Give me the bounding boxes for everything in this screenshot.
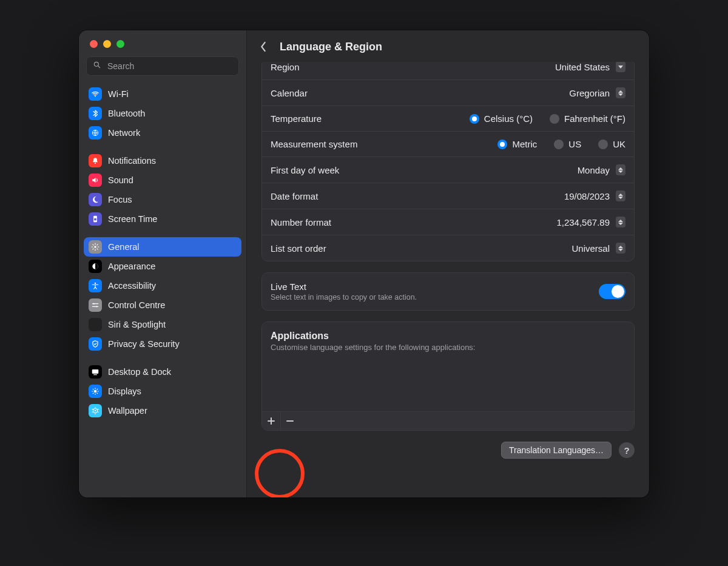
accessibility-icon xyxy=(89,279,102,292)
back-button[interactable] xyxy=(255,39,271,55)
sidebar-item-focus[interactable]: Focus xyxy=(84,190,241,209)
measurement-us-radio[interactable]: US xyxy=(554,139,581,149)
sidebar-item-label: Displays xyxy=(108,386,141,396)
main-pane: Language & Region Region United States C… xyxy=(247,30,649,497)
sidebar-item-control-centre[interactable]: Control Centre xyxy=(84,295,241,315)
svg-line-1 xyxy=(98,66,100,68)
search-input[interactable] xyxy=(106,61,232,72)
siri-spotlight-icon xyxy=(89,318,102,331)
sidebar-item-label: Control Centre xyxy=(108,300,165,310)
sidebar-item-label: Siri & Spotlight xyxy=(108,320,166,329)
measurement-row: Measurement system Metric US xyxy=(262,132,634,157)
search-field[interactable] xyxy=(86,56,239,76)
svg-point-21 xyxy=(95,413,96,414)
sidebar-item-wallpaper[interactable]: Wallpaper xyxy=(84,401,241,420)
sidebar-item-wi-fi[interactable]: Wi-Fi xyxy=(84,84,241,104)
sidebar-item-screen-time[interactable]: Screen Time xyxy=(84,209,241,229)
add-application-button[interactable] xyxy=(262,412,281,430)
control-centre-icon xyxy=(89,298,102,312)
sidebar-item-appearance[interactable]: Appearance xyxy=(84,257,241,276)
calendar-label: Calendar xyxy=(271,88,308,98)
chevron-down-icon xyxy=(616,62,625,72)
calendar-value[interactable]: Gregorian xyxy=(569,87,625,98)
sidebar-item-label: Desktop & Dock xyxy=(108,367,171,377)
list-sort-label: List sort order xyxy=(271,243,326,254)
general-icon xyxy=(89,240,102,254)
network-icon xyxy=(89,126,102,140)
radio-icon xyxy=(598,140,608,149)
svg-rect-13 xyxy=(92,369,99,374)
first-day-value[interactable]: Monday xyxy=(578,164,625,175)
applications-list xyxy=(262,355,634,411)
close-window-button[interactable] xyxy=(90,40,98,48)
live-text-title: Live Text xyxy=(271,281,417,292)
zoom-window-button[interactable] xyxy=(116,40,124,48)
measurement-metric-radio[interactable]: Metric xyxy=(497,139,537,149)
sidebar-item-label: Screen Time xyxy=(108,214,157,224)
date-format-row[interactable]: Date format 19/08/2023 xyxy=(262,183,634,209)
list-sort-row[interactable]: List sort order Universal xyxy=(262,235,634,261)
sidebar-item-accessibility[interactable]: Accessibility xyxy=(84,276,241,295)
temperature-options: Celsius (°C) Fahrenheit (°F) xyxy=(459,113,625,124)
remove-application-button[interactable] xyxy=(281,412,299,430)
calendar-row[interactable]: Calendar Gregorian xyxy=(262,80,634,106)
radio-icon xyxy=(554,140,564,149)
temperature-row: Temperature Celsius (°C) Fahrenheit (°F) xyxy=(262,106,634,132)
translation-languages-button[interactable]: Translation Languages… xyxy=(501,442,612,459)
applications-subtitle: Customise language settings for the foll… xyxy=(271,343,625,352)
sidebar-item-bluetooth[interactable]: Bluetooth xyxy=(84,104,241,123)
sidebar-item-siri-spotlight[interactable]: Siri & Spotlight xyxy=(84,315,241,334)
sidebar-nav: Wi-FiBluetoothNetworkNotificationsSoundF… xyxy=(79,82,246,428)
first-day-row[interactable]: First day of week Monday xyxy=(262,157,634,183)
sidebar-item-label: Sound xyxy=(108,175,133,185)
svg-rect-14 xyxy=(93,374,97,375)
sidebar-item-label: Focus xyxy=(108,195,132,204)
measurement-options: Metric US UK xyxy=(487,139,625,149)
sidebar-item-label: Notifications xyxy=(108,156,156,166)
measurement-label: Measurement system xyxy=(271,139,357,149)
live-text-subtitle: Select text in images to copy or take ac… xyxy=(271,293,417,302)
region-row[interactable]: Region United States xyxy=(262,62,634,80)
number-format-row[interactable]: Number format 1,234,567.89 xyxy=(262,209,634,235)
sidebar-item-desktop-dock[interactable]: Desktop & Dock xyxy=(84,362,241,382)
date-format-value[interactable]: 19/08/2023 xyxy=(564,190,625,201)
temperature-fahrenheit-radio[interactable]: Fahrenheit (°F) xyxy=(550,113,625,124)
list-sort-value[interactable]: Universal xyxy=(571,243,625,254)
sidebar-item-privacy-security[interactable]: Privacy & Security xyxy=(84,334,241,354)
search-icon xyxy=(93,61,101,72)
applications-panel: Applications Customise language settings… xyxy=(261,322,635,431)
sidebar-item-label: Appearance xyxy=(108,261,155,271)
sidebar-item-label: Bluetooth xyxy=(108,109,145,118)
notifications-icon xyxy=(89,154,102,167)
temperature-celsius-radio[interactable]: Celsius (°C) xyxy=(470,113,533,124)
live-text-toggle[interactable] xyxy=(599,284,625,299)
appearance-icon xyxy=(89,260,102,273)
measurement-uk-radio[interactable]: UK xyxy=(598,139,625,149)
titlebar: Language & Region xyxy=(247,30,649,62)
privacy-security-icon xyxy=(89,337,102,351)
focus-icon xyxy=(89,193,102,206)
region-value[interactable]: United States xyxy=(555,62,625,72)
sidebar-item-displays[interactable]: Displays xyxy=(84,382,241,401)
sidebar-item-label: Accessibility xyxy=(108,281,156,291)
sidebar-item-notifications[interactable]: Notifications xyxy=(84,151,241,170)
sidebar-item-sound[interactable]: Sound xyxy=(84,170,241,190)
sidebar-item-label: Privacy & Security xyxy=(108,339,180,349)
svg-point-20 xyxy=(98,412,99,413)
number-format-label: Number format xyxy=(271,217,331,227)
sidebar: Wi-FiBluetoothNetworkNotificationsSoundF… xyxy=(79,30,247,497)
number-format-value[interactable]: 1,234,567.89 xyxy=(556,217,625,227)
sidebar-item-general[interactable]: General xyxy=(84,237,241,257)
footer: Translation Languages… ? xyxy=(261,442,635,459)
updown-icon xyxy=(616,87,625,98)
date-format-label: Date format xyxy=(271,191,318,201)
sidebar-item-network[interactable]: Network xyxy=(84,123,241,143)
region-panel: Region United States Calendar Gregorian xyxy=(261,62,635,261)
first-day-label: First day of week xyxy=(271,165,339,175)
page-title: Language & Region xyxy=(280,41,382,53)
help-button[interactable]: ? xyxy=(619,442,635,458)
radio-icon xyxy=(470,114,479,124)
svg-point-17 xyxy=(95,410,96,411)
applications-title: Applications xyxy=(271,331,625,342)
minimize-window-button[interactable] xyxy=(103,40,111,48)
